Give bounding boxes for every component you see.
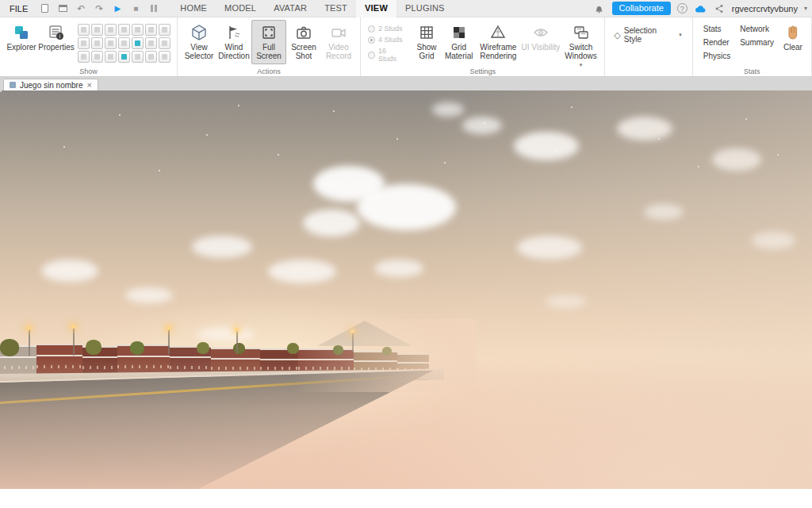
roblox-studio-window: FILE ↶ ↷ ▶ ■ HOME MODEL AVATAR TEST VIEW…: [0, 0, 812, 508]
tab-view[interactable]: VIEW: [356, 0, 396, 17]
grid-material-button[interactable]: Grid Material: [442, 20, 477, 64]
full-screen-button[interactable]: Full Screen: [251, 20, 286, 64]
view-selector-label: View Selector: [182, 43, 216, 60]
video-record-button[interactable]: Video Record: [321, 20, 356, 64]
show-toggle-icon[interactable]: [145, 37, 157, 49]
group-label-show: Show: [0, 67, 177, 75]
show-toggle-icon[interactable]: [105, 37, 117, 49]
clear-label: Clear: [783, 43, 802, 52]
grid-material-label: Grid Material: [442, 43, 476, 60]
group-show: Explorer i Properties: [0, 17, 178, 76]
stud-16-label: 16 Studs: [378, 47, 406, 63]
show-grid-label: Show Grid: [412, 43, 441, 60]
stats-button[interactable]: Stats: [703, 25, 730, 33]
document-tab[interactable]: Juego sin nombre ×: [3, 79, 98, 90]
show-toggle-icon[interactable]: [159, 24, 170, 36]
show-toggle-icon[interactable]: [118, 24, 130, 36]
svg-text:i: i: [59, 33, 61, 40]
show-toggle-icon[interactable]: [105, 24, 117, 36]
screen-shot-button[interactable]: Screen Shot: [286, 20, 321, 64]
wind-direction-button[interactable]: Wind Direction: [216, 20, 251, 64]
selection-style-dropdown[interactable]: ◇ Selection Style ▾: [609, 20, 688, 44]
explorer-label: Explorer: [6, 43, 36, 52]
play-icon[interactable]: ▶: [111, 2, 124, 15]
screen-shot-label: Screen Shot: [287, 43, 320, 60]
show-toggle-icon[interactable]: [132, 37, 144, 49]
clear-button[interactable]: Clear: [779, 20, 807, 64]
pause-icon[interactable]: [147, 2, 160, 15]
show-grid-button[interactable]: Show Grid: [412, 20, 442, 64]
group-stats: Stats Render Physics Network Summary Cle…: [693, 17, 812, 76]
bell-icon[interactable]: [593, 2, 606, 15]
open-file-icon[interactable]: [56, 2, 69, 15]
physics-button[interactable]: Physics: [703, 52, 730, 60]
tab-home[interactable]: HOME: [171, 0, 216, 17]
redo-icon[interactable]: ↷: [93, 2, 105, 15]
document-tab-title: Juego sin nombre: [20, 81, 83, 90]
properties-button[interactable]: i Properties: [39, 20, 74, 64]
username[interactable]: rgvecrcrvtyvbuny: [732, 4, 798, 13]
show-toggle-icon[interactable]: [78, 24, 90, 36]
show-toggle-icon[interactable]: [105, 51, 117, 63]
wind-direction-label: Wind Direction: [217, 43, 251, 60]
show-toggle-icon[interactable]: [118, 51, 130, 63]
properties-icon: i: [48, 24, 65, 41]
network-button[interactable]: Network: [740, 25, 774, 33]
show-toggle-icon[interactable]: [145, 24, 157, 36]
3d-viewport[interactable]: [0, 90, 812, 489]
show-toggle-icon[interactable]: [118, 37, 130, 49]
show-toggle-icon[interactable]: [159, 37, 170, 49]
group-label-stats: Stats: [693, 67, 811, 75]
tab-model[interactable]: MODEL: [216, 0, 265, 17]
summary-button[interactable]: Summary: [740, 38, 774, 47]
view-selector-icon: [190, 24, 208, 41]
collaborate-button[interactable]: Collaborate: [612, 2, 671, 15]
stud-4-label: 4 Studs: [378, 36, 403, 44]
share-icon[interactable]: [713, 2, 726, 15]
cloud-icon[interactable]: [694, 2, 707, 15]
selection-style-caret-icon: ▾: [679, 32, 682, 38]
show-toggle-icon[interactable]: [91, 37, 103, 49]
menubar-left: FILE ↶ ↷ ▶ ■: [5, 2, 160, 15]
group-selection-style: ◇ Selection Style ▾: [605, 17, 692, 76]
side-haze: [0, 90, 812, 489]
stud-option-16[interactable]: 16 Studs: [368, 47, 406, 63]
screen-shot-icon: [295, 24, 312, 41]
tab-avatar[interactable]: AVATAR: [265, 0, 316, 17]
view-selector-button[interactable]: View Selector: [182, 20, 216, 64]
stop-icon[interactable]: ■: [129, 2, 142, 15]
ui-visibility-button[interactable]: UI Visibility: [520, 20, 561, 64]
stud-option-2[interactable]: 2 Studs: [368, 25, 406, 33]
radio-icon-selected: [368, 37, 375, 44]
show-toggle-icon[interactable]: [159, 51, 170, 63]
close-icon[interactable]: ×: [87, 81, 92, 90]
show-toggle-icon[interactable]: [78, 51, 90, 63]
radio-icon: [368, 52, 375, 59]
show-toggle-icon[interactable]: [132, 51, 144, 63]
show-toggle-icon[interactable]: [91, 24, 103, 36]
radio-icon: [368, 25, 375, 33]
video-record-icon: [330, 24, 347, 41]
tab-test[interactable]: TEST: [316, 0, 356, 17]
help-icon[interactable]: ?: [677, 3, 688, 13]
show-toggle-icon[interactable]: [78, 37, 90, 49]
wireframe-rendering-button[interactable]: Wireframe Rendering: [477, 20, 521, 64]
new-file-icon[interactable]: [38, 2, 51, 15]
grid-material-icon: [450, 24, 468, 41]
show-toggle-icon[interactable]: [132, 24, 144, 36]
tab-plugins[interactable]: PLUGINS: [396, 0, 454, 17]
user-caret-icon[interactable]: ▾: [804, 5, 807, 12]
undo-icon[interactable]: ↶: [75, 2, 87, 15]
stud-option-4[interactable]: 4 Studs: [368, 36, 406, 44]
render-button[interactable]: Render: [703, 38, 730, 47]
bottom-strip: [0, 489, 812, 508]
show-toggle-icon[interactable]: [91, 51, 103, 63]
show-toggle-icon[interactable]: [145, 51, 157, 63]
ui-visibility-label: UI Visibility: [522, 43, 561, 52]
show-toggle-grid: [78, 24, 170, 63]
switch-windows-button[interactable]: Switch Windows ▾: [561, 20, 601, 69]
wireframe-rendering-label: Wireframe Rendering: [477, 43, 520, 60]
explorer-button[interactable]: Explorer: [4, 20, 39, 64]
file-menu[interactable]: FILE: [5, 4, 33, 13]
ui-visibility-icon: [532, 24, 550, 41]
